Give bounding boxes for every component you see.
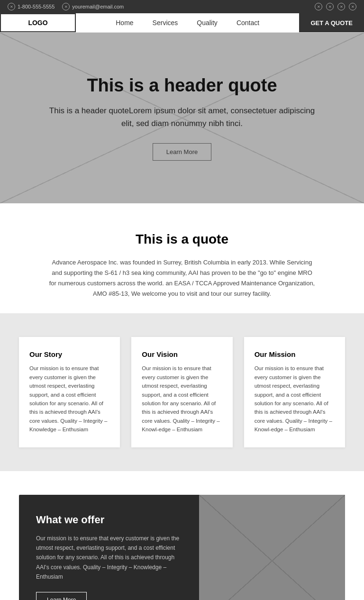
social-icon-4[interactable]: ✕ — [349, 3, 356, 10]
hero-subtitle: This is a header quoteLorem ipsum dolor … — [47, 104, 317, 130]
get-quote-button[interactable]: GET A QUOTE — [299, 13, 364, 32]
cards-section: Our Story Our mission is to ensure that … — [0, 313, 364, 471]
card-mission-title: Our Mission — [255, 350, 335, 358]
phone-number: 1-800-555-5555 — [18, 4, 55, 9]
phone-icon: ✕ — [8, 3, 15, 10]
top-bar: ✕ 1-800-555-5555 ✕ youremail@email.com ✕… — [0, 0, 364, 13]
nav-contact[interactable]: Contact — [237, 19, 259, 27]
hero-learn-more-button[interactable]: Learn More — [153, 143, 211, 161]
quote-section: This is a quote Advance Aerospace Inc. w… — [0, 203, 364, 313]
card-mission: Our Mission Our mission is to ensure tha… — [244, 337, 345, 447]
navbar-logo: LOGO — [0, 13, 76, 32]
card-story-title: Our Story — [29, 350, 109, 358]
hero-section: This is a header quote This is a header … — [0, 33, 364, 203]
email-address: youremail@email.com — [72, 4, 124, 9]
offer-learn-more-button[interactable]: Learn More — [36, 592, 87, 600]
top-bar-left: ✕ 1-800-555-5555 ✕ youremail@email.com — [8, 3, 124, 10]
social-icon-3[interactable]: ✕ — [337, 3, 345, 10]
offer-section: What we offer Our mission is to ensure t… — [19, 495, 345, 600]
social-icon-2[interactable]: ✕ — [326, 3, 334, 10]
offer-text: Our mission is to ensure that every cust… — [36, 534, 182, 582]
nav-home[interactable]: Home — [116, 19, 133, 27]
card-mission-text: Our mission is to ensure that every cust… — [255, 364, 335, 434]
nav-quality[interactable]: Quality — [197, 19, 218, 27]
card-vision-title: Our Vision — [142, 350, 222, 358]
email-icon: ✕ — [62, 3, 70, 10]
phone-icon-wrapper: ✕ 1-800-555-5555 — [8, 3, 55, 10]
card-vision: Our Vision Our mission is to ensure that… — [131, 337, 232, 447]
navbar: LOGO Home Services Quality Contact GET A… — [0, 13, 364, 33]
card-story-text: Our mission is to ensure that every cust… — [29, 364, 109, 434]
hero-title: This is a header quote — [47, 75, 317, 96]
offer-image-placeholder — [199, 495, 345, 600]
social-icon-1[interactable]: ✕ — [315, 3, 322, 10]
top-bar-social: ✕ ✕ ✕ ✕ — [315, 3, 356, 10]
quote-title: This is a quote — [47, 232, 317, 247]
email-wrapper: ✕ youremail@email.com — [62, 3, 124, 10]
nav-services[interactable]: Services — [153, 19, 178, 27]
offer-title: What we offer — [36, 514, 182, 526]
quote-text: Advance Aerospace Inc. was founded in Su… — [47, 257, 317, 299]
hero-content: This is a header quote This is a header … — [0, 47, 364, 189]
card-story: Our Story Our mission is to ensure that … — [19, 337, 120, 447]
navbar-links: Home Services Quality Contact — [76, 13, 299, 32]
card-vision-text: Our mission is to ensure that every cust… — [142, 364, 222, 434]
offer-left: What we offer Our mission is to ensure t… — [19, 495, 199, 600]
